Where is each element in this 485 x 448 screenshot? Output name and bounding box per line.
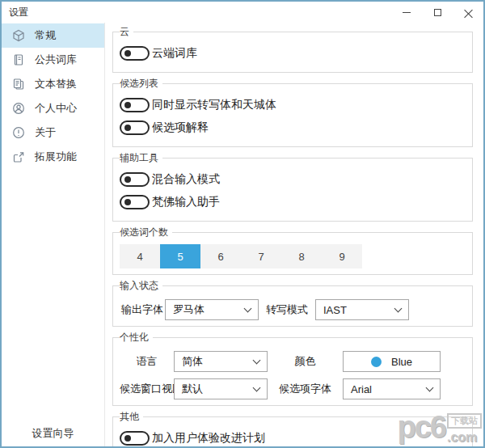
info-icon [12, 126, 25, 139]
candidate-count-segmented-control: 4 5 6 7 8 9 [120, 244, 362, 268]
language-value: 简体 [182, 354, 203, 369]
blue-color-swatch-icon [371, 357, 382, 367]
candidate-explain-toggle[interactable] [120, 120, 150, 135]
settings-content: 云 云端词库 候选列表 同时显示转写体和天城体 候选项解释 辅助工具 [105, 23, 483, 448]
input-state-fields: 输出字体 罗马体 转写模式 IAST [120, 299, 464, 320]
section-candidate-list: 候选列表 同时显示转写体和天城体 候选项解释 [112, 77, 473, 147]
close-icon [464, 8, 473, 17]
sidebar-item-label: 常规 [35, 28, 56, 43]
section-other-legend: 其他 [120, 410, 143, 424]
sidebar-item-label: 个人中心 [35, 101, 77, 116]
language-label: 语言 [120, 354, 174, 369]
toggle-row: 混合输入模式 [120, 170, 464, 189]
segment-4[interactable]: 4 [120, 244, 160, 268]
user-icon [12, 102, 25, 115]
cloud-dict-toggle[interactable] [120, 46, 150, 61]
section-candidate-count-legend: 候选词个数 [120, 226, 172, 239]
candidate-font-value: Arial [351, 383, 372, 395]
segment-5[interactable]: 5 [160, 244, 200, 268]
section-cloud: 云 云端词库 [112, 25, 473, 73]
toggle-label: 梵佛输入助手 [152, 195, 220, 209]
translit-mode-value: IAST [323, 304, 347, 316]
sidebar-item-label: 关于 [35, 125, 56, 140]
section-aux-tools: 辅助工具 混合输入模式 梵佛输入助手 [112, 151, 473, 222]
sidebar-item-personal-center[interactable]: 个人中心 [2, 96, 104, 120]
section-input-state-legend: 输入状态 [120, 279, 162, 293]
sidebar-item-label: 拓展功能 [35, 150, 77, 164]
external-link-icon [12, 150, 25, 163]
sidebar-item-extensions[interactable]: 拓展功能 [2, 145, 104, 169]
close-button[interactable] [453, 2, 483, 23]
maximize-button[interactable] [422, 2, 453, 23]
translit-mode-label: 转写模式 [259, 302, 315, 317]
minimize-icon [403, 12, 411, 13]
window-controls [391, 2, 483, 23]
settings-window: 设置 常规 公共词库 文本替换 个人中心 [0, 0, 485, 448]
sidebar-item-label: 公共词库 [35, 53, 77, 67]
segment-7[interactable]: 7 [241, 244, 281, 268]
section-personalization-legend: 个性化 [120, 331, 153, 344]
toggle-label: 候选项解释 [152, 120, 209, 135]
language-select[interactable]: 简体 [174, 351, 268, 372]
sidebar-item-text-replace[interactable]: 文本替换 [2, 72, 104, 96]
sidebar-item-label: 文本替换 [35, 77, 77, 91]
candidate-window-view-value: 默认 [182, 382, 203, 396]
mixed-input-toggle[interactable] [120, 172, 150, 187]
toggle-row: 候选项解释 [120, 118, 464, 137]
output-font-value: 罗马体 [173, 302, 205, 317]
settings-wizard-link[interactable]: 设置向导 [2, 426, 104, 441]
segment-8[interactable]: 8 [281, 244, 322, 268]
chevron-down-icon [394, 304, 403, 312]
output-font-select[interactable]: 罗马体 [165, 299, 259, 320]
chevron-down-icon [244, 304, 252, 312]
translit-mode-select[interactable]: IAST [315, 299, 409, 320]
chevron-down-icon [426, 383, 434, 391]
toggle-row: 同时显示转写体和天城体 [120, 95, 464, 115]
chevron-down-icon [253, 356, 261, 364]
segment-9[interactable]: 9 [322, 244, 362, 268]
candidate-font-label: 候选项字体 [268, 382, 343, 396]
window-title: 设置 [2, 6, 391, 19]
sidebar-item-general[interactable]: 常规 [2, 23, 104, 48]
section-aux-tools-legend: 辅助工具 [120, 151, 162, 165]
toggle-row: 云端词库 [120, 44, 464, 63]
color-value: Blue [391, 356, 412, 368]
cube-icon [12, 29, 25, 42]
color-select[interactable]: Blue [343, 351, 441, 372]
section-candidate-count: 候选词个数 4 5 6 7 8 9 [112, 226, 473, 275]
toggle-label: 云端词库 [152, 46, 197, 61]
color-label: 颜色 [268, 354, 343, 369]
section-personalization: 个性化 语言 简体 颜色 Blue 候选窗口视图 默认 [112, 331, 473, 406]
output-font-label: 输出字体 [120, 302, 165, 317]
section-input-state: 输入状态 输出字体 罗马体 转写模式 IAST [112, 279, 473, 327]
text-replace-icon [12, 78, 25, 91]
section-cloud-legend: 云 [120, 25, 133, 39]
section-candidate-list-legend: 候选列表 [120, 77, 162, 91]
toggle-row: 梵佛输入助手 [120, 192, 464, 212]
toggle-label: 加入用户体验改进计划 [152, 431, 265, 446]
minimize-button[interactable] [391, 2, 422, 23]
show-both-scripts-toggle[interactable] [120, 98, 150, 112]
candidate-font-select[interactable]: Arial [343, 378, 441, 399]
title-bar: 设置 [2, 2, 483, 23]
toggle-label: 混合输入模式 [152, 172, 220, 187]
dictionary-icon [12, 53, 25, 66]
toggle-label: 同时显示转写体和天城体 [152, 98, 276, 112]
segment-6[interactable]: 6 [200, 244, 241, 268]
sidebar-item-about[interactable]: 关于 [2, 120, 104, 145]
sidebar: 常规 公共词库 文本替换 个人中心 关于 拓展功能 设置向导 [2, 23, 105, 448]
maximize-icon [434, 9, 441, 16]
sanskrit-assistant-toggle[interactable] [120, 195, 150, 209]
main-layout: 常规 公共词库 文本替换 个人中心 关于 拓展功能 设置向导 [2, 23, 483, 448]
personalization-fields: 语言 简体 颜色 Blue 候选窗口视图 默认 候选项字体 [120, 351, 464, 399]
candidate-window-view-select[interactable]: 默认 [174, 378, 268, 399]
section-other: 其他 加入用户体验改进计划 显示状态条 显示托盘 [112, 410, 473, 448]
chevron-down-icon [253, 383, 261, 391]
toggle-row: 加入用户体验改进计划 [120, 429, 464, 448]
sidebar-item-public-dict[interactable]: 公共词库 [2, 48, 104, 72]
candidate-window-view-label: 候选窗口视图 [120, 382, 174, 396]
ux-improvement-toggle[interactable] [120, 431, 150, 446]
